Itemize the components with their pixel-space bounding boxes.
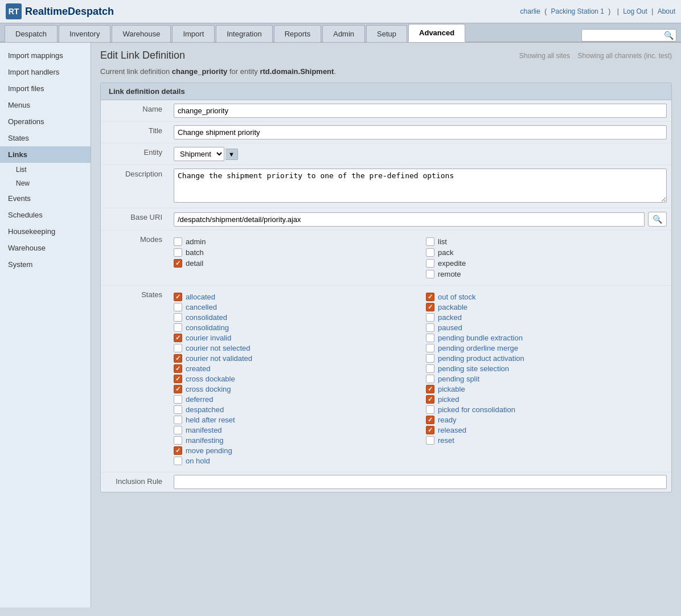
tab-admin[interactable]: Admin	[322, 25, 365, 42]
state-pending-split-link[interactable]: pending split	[438, 375, 479, 383]
state-move-pending-checkbox[interactable]	[174, 446, 182, 455]
state-cancelled-link[interactable]: cancelled	[186, 303, 217, 311]
inclusion-rule-input[interactable]	[174, 475, 667, 489]
base-uri-input[interactable]	[174, 212, 645, 227]
name-input[interactable]	[174, 104, 667, 118]
state-courier-invalid-checkbox[interactable]	[174, 334, 182, 342]
description-textarea[interactable]: Change the shipment priority to one of t…	[174, 169, 667, 203]
mode-expedite-checkbox[interactable]	[426, 259, 434, 268]
logout-link[interactable]: Log Out	[623, 7, 647, 15]
tab-integration[interactable]: Integration	[216, 25, 272, 42]
state-reset-checkbox[interactable]	[426, 436, 434, 445]
user-link[interactable]: charlie	[520, 7, 540, 15]
state-manifested-checkbox[interactable]	[174, 426, 182, 434]
state-courier-not-selected-link[interactable]: courier not selected	[186, 344, 250, 352]
sidebar-item-events[interactable]: Events	[0, 190, 91, 207]
tab-import[interactable]: Import	[172, 25, 215, 42]
state-pending-product-activation-checkbox[interactable]	[426, 354, 434, 363]
state-out-of-stock-checkbox[interactable]	[426, 293, 434, 301]
sidebar-item-states[interactable]: States	[0, 130, 91, 146]
state-deferred-checkbox[interactable]	[174, 395, 182, 404]
state-packed-link[interactable]: packed	[438, 313, 462, 322]
state-paused-checkbox[interactable]	[426, 323, 434, 332]
state-held-after-reset-checkbox[interactable]	[174, 416, 182, 424]
state-pickable-link[interactable]: pickable	[438, 385, 465, 393]
state-cross-dockable-link[interactable]: cross dockable	[186, 375, 235, 383]
state-created-checkbox[interactable]	[174, 364, 182, 373]
state-packable-link[interactable]: packable	[438, 303, 467, 311]
state-courier-not-selected-checkbox[interactable]	[174, 344, 182, 352]
sidebar-sub-list[interactable]: List	[0, 163, 91, 176]
state-deferred-link[interactable]: deferred	[186, 395, 213, 404]
tab-advanced[interactable]: Advanced	[408, 24, 465, 42]
state-despatched-checkbox[interactable]	[174, 405, 182, 414]
sidebar-item-import-files[interactable]: Import files	[0, 80, 91, 97]
state-move-pending-link[interactable]: move pending	[186, 446, 232, 455]
sidebar-item-import-handlers[interactable]: Import handlers	[0, 64, 91, 80]
state-created-link[interactable]: created	[186, 364, 210, 373]
state-pending-orderline-merge-checkbox[interactable]	[426, 344, 434, 352]
state-pending-site-selection-checkbox[interactable]	[426, 364, 434, 373]
mode-list-checkbox[interactable]	[426, 237, 434, 246]
state-packed-checkbox[interactable]	[426, 313, 434, 322]
state-pending-bundle-extraction-checkbox[interactable]	[426, 334, 434, 342]
sidebar-item-housekeeping[interactable]: Housekeeping	[0, 223, 91, 240]
station-link[interactable]: Packing Station 1	[551, 7, 604, 15]
state-cross-docking-link[interactable]: cross docking	[186, 385, 231, 393]
state-ready-checkbox[interactable]	[426, 416, 434, 424]
state-reset-link[interactable]: reset	[438, 436, 454, 445]
tab-reports[interactable]: Reports	[274, 25, 322, 42]
tab-setup[interactable]: Setup	[366, 25, 407, 42]
state-picked-for-consolidation-link[interactable]: picked for consolidation	[438, 405, 515, 414]
state-ready-link[interactable]: ready	[438, 416, 457, 424]
state-courier-invalid-link[interactable]: courier invalid	[186, 334, 231, 342]
state-allocated-checkbox[interactable]	[174, 293, 182, 301]
sidebar-sub-new[interactable]: New	[0, 176, 91, 190]
state-cross-dockable-checkbox[interactable]	[174, 375, 182, 383]
state-on-hold-link[interactable]: on hold	[186, 457, 210, 465]
state-pickable-checkbox[interactable]	[426, 385, 434, 393]
sidebar-item-system[interactable]: System	[0, 256, 91, 273]
tab-inventory[interactable]: Inventory	[59, 25, 110, 42]
state-packable-checkbox[interactable]	[426, 303, 434, 311]
state-cross-docking-checkbox[interactable]	[174, 385, 182, 393]
state-manifested-link[interactable]: manifested	[186, 426, 222, 434]
sidebar-item-import-mappings[interactable]: Import mappings	[0, 47, 91, 64]
state-courier-not-validated-link[interactable]: courier not validated	[186, 354, 252, 363]
state-pending-site-selection-link[interactable]: pending site selection	[438, 364, 509, 373]
state-consolidating-link[interactable]: consolidating	[186, 323, 229, 332]
mode-admin-checkbox[interactable]	[174, 237, 182, 246]
mode-batch-checkbox[interactable]	[174, 248, 182, 257]
state-paused-link[interactable]: paused	[438, 323, 462, 332]
state-courier-not-validated-checkbox[interactable]	[174, 354, 182, 363]
showing-all-channels-link[interactable]: Showing all channels (inc. test)	[578, 52, 672, 60]
state-consolidated-link[interactable]: consolidated	[186, 313, 227, 322]
sidebar-item-schedules[interactable]: Schedules	[0, 207, 91, 223]
tab-despatch[interactable]: Despatch	[5, 25, 58, 42]
state-allocated-link[interactable]: allocated	[186, 293, 215, 301]
showing-all-sites-link[interactable]: Showing all sites	[519, 52, 570, 60]
state-picked-link[interactable]: picked	[438, 395, 460, 404]
state-despatched-link[interactable]: despatched	[186, 405, 224, 414]
search-icon[interactable]: 🔍	[664, 31, 674, 40]
tab-warehouse[interactable]: Warehouse	[112, 25, 171, 42]
state-manifesting-link[interactable]: manifesting	[186, 436, 223, 445]
state-pending-split-checkbox[interactable]	[426, 375, 434, 383]
entity-dropdown-btn[interactable]: ▼	[225, 149, 238, 160]
state-pending-bundle-extraction-link[interactable]: pending bundle extraction	[438, 334, 523, 342]
mode-detail-checkbox[interactable]	[174, 259, 182, 268]
state-on-hold-checkbox[interactable]	[174, 457, 182, 465]
state-pending-product-activation-link[interactable]: pending product activation	[438, 354, 524, 363]
sidebar-item-warehouse[interactable]: Warehouse	[0, 240, 91, 256]
about-link[interactable]: About	[658, 7, 675, 15]
sidebar-item-links[interactable]: Links	[0, 146, 91, 163]
state-released-checkbox[interactable]	[426, 426, 434, 434]
state-consolidating-checkbox[interactable]	[174, 323, 182, 332]
state-manifesting-checkbox[interactable]	[174, 436, 182, 445]
state-consolidated-checkbox[interactable]	[174, 313, 182, 322]
state-cancelled-checkbox[interactable]	[174, 303, 182, 311]
state-held-after-reset-link[interactable]: held after reset	[186, 416, 235, 424]
search-input[interactable]	[584, 31, 664, 39]
sidebar-item-operations[interactable]: Operations	[0, 113, 91, 130]
state-pending-orderline-merge-link[interactable]: pending orderline merge	[438, 344, 518, 352]
